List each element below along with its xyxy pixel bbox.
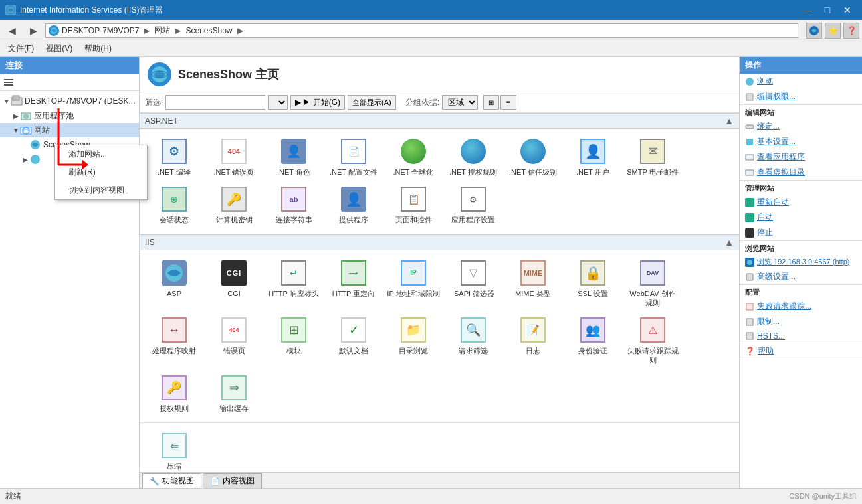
breadcrumb-scenesshow[interactable]: ScenesShow [185,26,232,35]
filter-input[interactable] [165,95,265,110]
start-filter-button[interactable]: ▶ ▶ 开始(G) [290,95,345,110]
tree-item-apppool[interactable]: ▶ 应用程序池 [0,108,139,123]
menu-file[interactable]: 文件(F) [3,42,39,56]
ie-icon[interactable] [806,23,822,39]
aspnet-icons-grid: ⚙ .NET 编译 404 .NET 错误页 👤 .NET 角色 📄 .NET … [140,129,739,234]
icon-net-trust[interactable]: .NET 信任级别 [504,134,562,181]
ctx-add-site[interactable]: 添加网站... [55,145,140,163]
icon-output-cache[interactable]: ⇒ 输出缓存 [205,371,263,417]
icon-http-headers[interactable]: ↵ HTTP 响应标头 [265,256,323,312]
icon-smtp[interactable]: ✉ SMTP 电子邮件 [623,134,682,181]
icon-failed-req[interactable]: ⚠ 失败请求跟踪规则 [623,313,682,369]
svg-rect-24 [746,155,754,160]
icon-mime[interactable]: MIME MIME 类型 [504,256,562,312]
icon-machine-key[interactable]: 🔑 计算机密钥 [205,182,263,228]
icon-log[interactable]: 📝 日志 [504,313,562,369]
right-item-view-apps[interactable]: 查看应用程序 [740,149,862,165]
sidebar-tool-btn[interactable] [1,76,16,89]
close-button[interactable]: ✕ [838,2,857,18]
tab-feature-view[interactable]: 🔧 功能视图 [142,473,201,488]
svg-rect-3 [4,79,13,80]
right-item-advanced[interactable]: 高级设置... [740,269,862,284]
right-item-binding[interactable]: 绑定... [740,119,862,134]
tree-toggle-scenesshow[interactable] [21,141,29,149]
view-icons-button[interactable]: ⊞ [483,95,499,110]
back-button[interactable]: ◀ [3,23,21,39]
help-icon-addr[interactable]: ❓ [843,23,859,39]
breadcrumb-sites[interactable]: 网站 [154,25,170,36]
tree-label-apppool: 应用程序池 [34,110,74,122]
icons-scroll-area: ASP.NET ▲ ⚙ .NET 编译 404 .NET 错误页 👤 .NET … [140,113,739,472]
right-subsection-manage-site: 管理网站 [740,181,862,195]
menu-bar: 文件(F) 视图(V) 帮助(H) [0,41,862,57]
group-dropdown[interactable]: 区域 [442,95,478,110]
icon-net-error[interactable]: 404 .NET 错误页 [205,134,263,181]
icon-module[interactable]: ⊞ 模块 [265,313,323,369]
content-globe-icon [148,62,171,86]
icon-dir-browse[interactable]: 📁 目录浏览 [384,313,443,369]
right-item-restart[interactable]: 重新启动 [740,195,862,210]
icon-net-config[interactable]: 📄 .NET 配置文件 [324,134,383,181]
tab-content-view[interactable]: 📄 内容视图 [203,473,262,488]
status-text: 就绪 [5,491,21,502]
bottom-tabs: 🔧 功能视图 📄 内容视图 [140,472,739,488]
icon-req-filter[interactable]: 🔍 请求筛选 [444,313,502,369]
ctx-switch-view[interactable]: 切换到内容视图 [55,181,140,199]
menu-view[interactable]: 视图(V) [41,42,78,56]
tree-item-sites[interactable]: ▼ 网站 [0,123,139,137]
icon-isapi[interactable]: ▽ ISAPI 筛选器 [444,256,502,312]
tree-toggle-sites[interactable]: ▼ [12,126,20,134]
maximize-button[interactable]: □ [818,2,837,18]
icon-default-doc[interactable]: ✓ 默认文档 [324,313,383,369]
svg-rect-29 [746,319,753,325]
icon-net-user[interactable]: 👤 .NET 用户 [564,134,622,181]
section-iis-toggle[interactable]: ▲ [724,237,734,248]
icon-provider[interactable]: 👤 提供程序 [324,182,383,228]
icon-ssl[interactable]: 🔒 SSL 设置 [564,256,622,312]
icon-ip-domain[interactable]: IP IP 地址和域限制 [384,256,443,312]
show-all-button[interactable]: 全部显示(A) [348,95,396,110]
icon-asp[interactable]: ASP [145,256,203,312]
right-item-view-vdir[interactable]: 查看虚拟目录 [740,165,862,180]
icon-pages-controls[interactable]: 📋 页面和控件 [384,182,443,228]
icon-net-role[interactable]: 👤 .NET 角色 [265,134,323,181]
icon-error-page[interactable]: 404 错误页 [205,313,263,369]
icon-auth-rules[interactable]: 🔑 授权规则 [145,371,203,417]
right-item-basic-settings[interactable]: 基本设置... [740,134,862,149]
menu-help[interactable]: 帮助(H) [79,42,117,56]
right-item-help[interactable]: ❓ 帮助 [740,343,862,359]
icon-app-settings[interactable]: ⚙ 应用程序设置 [444,182,502,228]
right-item-hsts[interactable]: HSTS... [740,329,862,343]
icon-net-compile[interactable]: ⚙ .NET 编译 [145,134,203,181]
tree-toggle-desktop[interactable]: ▼ [3,97,11,105]
right-item-edit-perm[interactable]: 编辑权限... [740,89,862,104]
icon-net-global[interactable]: .NET 全球化 [384,134,443,181]
icon-handler[interactable]: ↔ 处理程序映射 [145,313,203,369]
icon-auth[interactable]: 👥 身份验证 [564,313,622,369]
right-item-stop[interactable]: 停止 [740,225,862,240]
breadcrumb-desktop[interactable]: DESKTOP-7M9VOP7 [62,26,139,35]
section-aspnet-toggle[interactable]: ▲ [724,116,734,126]
watermark-text: CSDN @unity工具组 [789,491,857,501]
icon-net-auth[interactable]: .NET 授权规则 [444,134,502,181]
svg-rect-5 [4,84,13,86]
icon-http-redirect[interactable]: → HTTP 重定向 [324,256,383,312]
view-list-button[interactable]: ≡ [500,95,516,110]
icon-conn-string[interactable]: ab 连接字符串 [265,182,323,228]
right-item-limit[interactable]: 限制... [740,314,862,329]
tree-toggle-apppool[interactable]: ▶ [12,112,20,120]
right-item-failed-req[interactable]: 失败请求跟踪... [740,299,862,314]
icon-compress[interactable]: ⇐ 压缩 [145,428,203,472]
tree-item-desktop[interactable]: ▼ DESKTOP-7M9VOP7 (DESK... [0,94,139,108]
right-item-browse-site[interactable]: 浏览 192.168.3.9:4567 (http) [740,255,862,269]
icon-cgi[interactable]: CGI CGI [205,256,263,312]
icon-webdav[interactable]: DAV WebDAV 创作规则 [623,256,682,312]
right-item-start[interactable]: 启动 [740,210,862,225]
forward-button[interactable]: ▶ [24,23,43,39]
stars-icon[interactable]: ⭐ [825,23,841,39]
filter-dropdown[interactable] [268,95,288,110]
minimize-button[interactable]: — [798,2,817,18]
ctx-refresh[interactable]: 刷新(R) [55,163,140,181]
icon-session[interactable]: ⊕ 会话状态 [145,182,203,228]
right-item-browse[interactable]: 浏览 [740,74,862,89]
